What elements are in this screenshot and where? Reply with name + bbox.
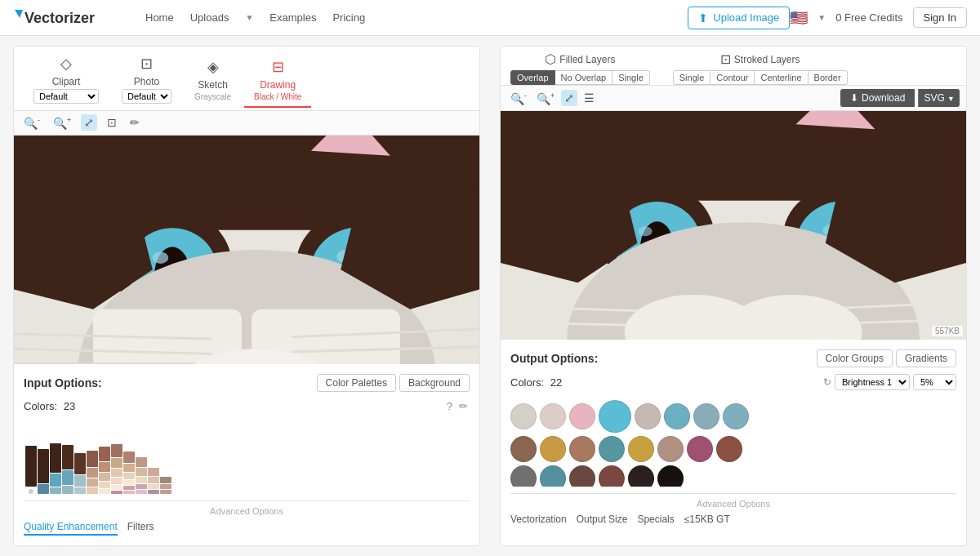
logo[interactable]: Vectorizer <box>13 7 119 29</box>
single-tab[interactable]: Single <box>612 70 650 85</box>
hist-swatch[interactable] <box>99 482 110 488</box>
hist-swatch[interactable] <box>148 468 159 476</box>
language-flag[interactable]: 🇺🇸 <box>790 9 808 27</box>
hist-swatch[interactable] <box>111 444 122 457</box>
hist-swatch[interactable] <box>38 449 49 483</box>
specials-tab[interactable]: Specials <box>637 514 674 528</box>
hist-swatch[interactable] <box>62 486 74 494</box>
threshold-select[interactable]: 5% 10% 15% <box>913 374 956 390</box>
right-zoom-out-button[interactable]: 🔍- <box>507 90 530 107</box>
colors-edit-button[interactable]: ✏ <box>457 398 470 414</box>
hist-swatch[interactable] <box>74 453 86 474</box>
color-swatch[interactable] <box>664 403 690 429</box>
hist-swatch[interactable] <box>99 447 110 461</box>
nav-home[interactable]: Home <box>145 11 174 24</box>
tab-clipart[interactable]: ◇ Clipart Default High Detail Low Detail <box>24 51 109 110</box>
hist-swatch[interactable] <box>111 469 122 477</box>
hist-swatch[interactable] <box>136 468 147 476</box>
hist-swatch[interactable] <box>50 487 61 494</box>
hist-swatch[interactable] <box>74 475 86 487</box>
hist-swatch[interactable] <box>99 473 110 481</box>
hist-swatch[interactable] <box>111 458 122 468</box>
color-groups-tab[interactable]: Color Groups <box>817 349 893 367</box>
right-fit-button[interactable]: ⤢ <box>561 90 577 106</box>
hist-swatch[interactable] <box>87 468 98 478</box>
colors-help-button[interactable]: ? <box>445 398 454 414</box>
hist-swatch[interactable] <box>123 451 135 463</box>
hist-swatch[interactable] <box>87 487 98 494</box>
background-tab[interactable]: Background <box>399 374 470 392</box>
color-swatch[interactable] <box>657 436 684 462</box>
color-swatch[interactable] <box>628 436 654 462</box>
hist-swatch[interactable] <box>148 484 159 489</box>
hist-swatch[interactable] <box>74 487 86 494</box>
edit-button[interactable]: ✏ <box>127 114 143 131</box>
hist-swatch[interactable] <box>25 446 37 487</box>
hist-swatch[interactable] <box>123 491 135 494</box>
color-swatch-large[interactable] <box>599 400 631 433</box>
hist-swatch[interactable] <box>111 485 122 490</box>
overlap-tab[interactable]: Overlap <box>510 70 555 85</box>
hist-swatch[interactable] <box>62 445 74 469</box>
tab-drawing[interactable]: ⊟ Drawing Black / White <box>244 55 311 108</box>
hist-swatch[interactable] <box>136 490 147 494</box>
color-swatch[interactable] <box>510 465 537 487</box>
crop-button[interactable]: ⊡ <box>104 114 120 131</box>
hist-swatch[interactable] <box>160 477 172 483</box>
hist-swatch[interactable] <box>136 484 147 489</box>
color-swatch[interactable] <box>540 403 566 429</box>
tab-photo[interactable]: ⊡ Photo Default <box>112 51 181 110</box>
color-swatch[interactable] <box>657 465 684 487</box>
quality-enhancement-tab[interactable]: Quality Enhancement <box>24 521 118 536</box>
stroked-centerline-tab[interactable]: Centerline <box>755 70 808 85</box>
right-menu-button[interactable]: ☰ <box>581 90 598 106</box>
hist-swatch[interactable] <box>38 484 49 494</box>
hist-swatch[interactable] <box>123 486 135 490</box>
stroked-layers-label[interactable]: ⊡ Stroked Layers <box>720 51 800 67</box>
hist-swatch[interactable] <box>111 478 122 484</box>
color-swatch[interactable] <box>569 403 595 429</box>
hist-swatch[interactable] <box>160 490 172 494</box>
fit-button[interactable]: ⤢ <box>81 114 97 131</box>
upload-image-button[interactable]: ⬆ Upload Image <box>688 7 790 29</box>
stroked-contour-tab[interactable]: Contour <box>710 70 755 85</box>
hist-swatch[interactable] <box>62 470 74 485</box>
hist-swatch[interactable] <box>123 473 135 479</box>
hist-swatch[interactable] <box>160 484 172 489</box>
signin-button[interactable]: Sign In <box>913 7 967 28</box>
hist-swatch[interactable] <box>123 464 135 472</box>
format-selector[interactable]: SVG ▼ <box>918 89 960 107</box>
output-size-tab[interactable]: Output Size <box>577 514 628 528</box>
tab-sketch[interactable]: ◈ Sketch Grayscale <box>185 55 241 108</box>
hist-swatch[interactable] <box>123 480 135 485</box>
zoom-out-button[interactable]: 🔍- <box>20 114 43 131</box>
refresh-icon[interactable]: ↻ <box>823 376 831 388</box>
hist-swatch[interactable] <box>87 451 98 467</box>
hist-swatch[interactable] <box>148 477 159 483</box>
color-swatch[interactable] <box>569 465 595 487</box>
nav-uploads[interactable]: Uploads <box>190 11 229 24</box>
hist-swatch[interactable] <box>111 491 122 494</box>
no-overlap-tab[interactable]: No Overlap <box>555 70 613 85</box>
filters-tab[interactable]: Filters <box>127 521 154 536</box>
stroked-single-tab[interactable]: Single <box>673 70 711 85</box>
color-swatch[interactable] <box>540 465 566 487</box>
brightness-select[interactable]: Brightness 1 Brightness 2 <box>835 374 910 390</box>
color-swatch[interactable] <box>569 436 595 462</box>
color-swatches-scroll[interactable] <box>510 397 956 487</box>
download-button[interactable]: ⬇ Download <box>840 89 915 107</box>
clipart-dropdown[interactable]: Default High Detail Low Detail <box>33 89 99 104</box>
color-swatch[interactable] <box>628 465 654 487</box>
color-palettes-tab[interactable]: Color Palettes <box>317 374 396 392</box>
right-zoom-in-button[interactable]: 🔍+ <box>533 90 558 107</box>
hist-swatch[interactable] <box>148 490 159 494</box>
color-swatch[interactable] <box>693 403 719 429</box>
gradients-tab[interactable]: Gradients <box>896 349 956 367</box>
vectorization-tab[interactable]: Vectorization <box>510 514 567 528</box>
clipart-dropdown-wrap[interactable]: Default High Detail Low Detail <box>33 89 99 104</box>
zoom-in-button[interactable]: 🔍+ <box>50 114 74 131</box>
color-swatch[interactable] <box>510 403 537 429</box>
color-swatch[interactable] <box>599 436 625 462</box>
hist-swatch[interactable] <box>99 462 110 472</box>
filled-layers-label[interactable]: ⬡ Filled Layers <box>545 51 615 67</box>
